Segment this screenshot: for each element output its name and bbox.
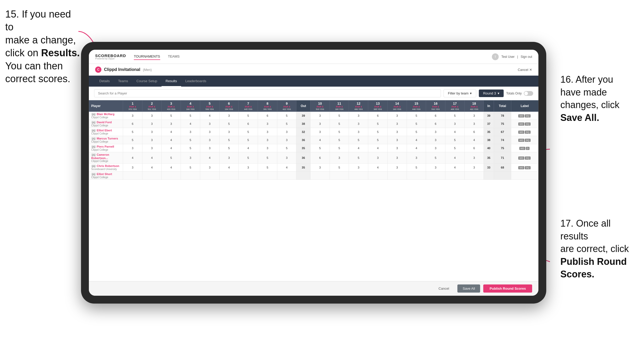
- hole-8-score[interactable]: 6: [258, 112, 277, 120]
- hole-10-score[interactable]: 3: [310, 164, 330, 172]
- hole-5-score[interactable]: 4: [200, 112, 219, 120]
- wd-button[interactable]: WD: [518, 156, 524, 160]
- hole-14-score[interactable]: 3: [387, 128, 407, 136]
- hole-12-score[interactable]: 4: [349, 144, 368, 152]
- hole-15-score[interactable]: 4: [407, 144, 426, 152]
- hole-14-score[interactable]: 3: [387, 136, 407, 144]
- nav-tournaments[interactable]: TOURNAMENTS: [134, 53, 160, 60]
- hole-6-score[interactable]: 3: [219, 112, 239, 120]
- hole-3-score[interactable]: 4: [162, 136, 181, 144]
- hole-5-score[interactable]: [200, 172, 219, 180]
- hole-1-score[interactable]: 5: [123, 128, 142, 136]
- score-label[interactable]: WDD: [511, 144, 538, 152]
- hole-2-score[interactable]: 3: [142, 128, 162, 136]
- hole-18-score[interactable]: 6: [464, 128, 484, 136]
- hole-4-score[interactable]: 5: [181, 164, 200, 172]
- hole-15-score[interactable]: 5: [407, 112, 426, 120]
- hole-13-score[interactable]: 5: [368, 136, 388, 144]
- hole-9-score[interactable]: [277, 172, 296, 180]
- hole-10-score[interactable]: 6: [310, 152, 330, 164]
- hole-3-score[interactable]: [162, 172, 181, 180]
- hole-2-score[interactable]: 3: [142, 144, 162, 152]
- hole-5-score[interactable]: 3: [200, 144, 219, 152]
- hole-8-score[interactable]: 3: [258, 144, 277, 152]
- hole-12-score[interactable]: 5: [349, 136, 368, 144]
- score-label[interactable]: WDDQ: [511, 112, 538, 120]
- hole-1-score[interactable]: 4: [123, 152, 142, 164]
- hole-10-score[interactable]: 4: [310, 136, 330, 144]
- hole-7-score[interactable]: 3: [239, 164, 258, 172]
- footer-cancel-button[interactable]: Cancel: [433, 284, 454, 293]
- hole-12-score[interactable]: 3: [349, 128, 368, 136]
- hole-11-score[interactable]: 5: [330, 136, 349, 144]
- hole-7-score[interactable]: 6: [239, 120, 258, 128]
- hole-11-score[interactable]: 5: [330, 128, 349, 136]
- hole-2-score[interactable]: 3: [142, 120, 162, 128]
- tab-course-setup[interactable]: Course Setup: [132, 76, 162, 87]
- hole-14-score[interactable]: 3: [387, 164, 407, 172]
- hole-6-score[interactable]: 5: [219, 120, 239, 128]
- hole-5-score[interactable]: 3: [200, 164, 219, 172]
- hole-10-score[interactable]: 3: [310, 128, 330, 136]
- hole-1-score[interactable]: 3: [123, 112, 142, 120]
- hole-2-score[interactable]: 3: [142, 136, 162, 144]
- wd-button[interactable]: WD: [518, 114, 524, 117]
- hole-9-score[interactable]: 3: [277, 128, 296, 136]
- hole-7-score[interactable]: 5: [239, 152, 258, 164]
- wd-button[interactable]: WD: [518, 122, 524, 126]
- hole-15-score[interactable]: 5: [407, 128, 426, 136]
- hole-4-score[interactable]: 4: [181, 120, 200, 128]
- totals-only-toggle[interactable]: Totals Only: [506, 91, 533, 96]
- hole-17-score[interactable]: 4: [445, 164, 465, 172]
- search-input[interactable]: [94, 89, 441, 97]
- hole-6-score[interactable]: 3: [219, 128, 239, 136]
- hole-8-score[interactable]: 3: [258, 128, 277, 136]
- hole-11-score[interactable]: 5: [330, 144, 349, 152]
- tab-details[interactable]: Details: [95, 76, 114, 87]
- hole-16-score[interactable]: 3: [426, 164, 445, 172]
- hole-1-score[interactable]: 6: [123, 120, 142, 128]
- wd-button[interactable]: WD: [518, 139, 524, 142]
- hole-18-score[interactable]: 3: [464, 112, 484, 120]
- hole-17-score[interactable]: 4: [445, 128, 465, 136]
- hole-9-score[interactable]: 3: [277, 136, 296, 144]
- hole-15-score[interactable]: 5: [407, 120, 426, 128]
- hole-14-score[interactable]: 3: [387, 112, 407, 120]
- hole-13-score[interactable]: 5: [368, 128, 388, 136]
- hole-18-score[interactable]: 3: [464, 152, 484, 164]
- wd-button[interactable]: WD: [518, 166, 524, 169]
- score-label[interactable]: [511, 172, 538, 180]
- hole-7-score[interactable]: 5: [239, 136, 258, 144]
- score-label[interactable]: WDDQ: [511, 136, 538, 144]
- hole-4-score[interactable]: 5: [181, 136, 200, 144]
- score-label[interactable]: WDDQ: [511, 120, 538, 128]
- hole-11-score[interactable]: 5: [330, 120, 349, 128]
- hole-3-score[interactable]: 4: [162, 144, 181, 152]
- nav-teams[interactable]: TEAMS: [168, 53, 180, 60]
- hole-7-score[interactable]: 5: [239, 128, 258, 136]
- hole-16-score[interactable]: [426, 172, 445, 180]
- hole-14-score[interactable]: 3: [387, 144, 407, 152]
- hole-8-score[interactable]: 3: [258, 136, 277, 144]
- hole-14-score[interactable]: 3: [387, 152, 407, 164]
- hole-11-score[interactable]: 5: [330, 112, 349, 120]
- hole-17-score[interactable]: [445, 172, 465, 180]
- score-label[interactable]: WDDQ: [511, 128, 538, 136]
- hole-1-score[interactable]: 3: [123, 164, 142, 172]
- score-label[interactable]: WDDQ: [511, 152, 538, 164]
- hole-4-score[interactable]: [181, 172, 200, 180]
- hole-18-score[interactable]: 4: [464, 136, 484, 144]
- dq-button[interactable]: DQ: [525, 156, 531, 160]
- save-all-button[interactable]: Save All: [457, 284, 480, 293]
- hole-3-score[interactable]: 3: [162, 120, 181, 128]
- hole-1-score[interactable]: [123, 172, 142, 180]
- tab-results[interactable]: Results: [162, 76, 181, 87]
- dq-button[interactable]: DQ: [525, 139, 531, 142]
- dq-button[interactable]: DQ: [525, 166, 531, 169]
- hole-16-score[interactable]: 6: [426, 120, 445, 128]
- hole-6-score[interactable]: 5: [219, 144, 239, 152]
- hole-9-score[interactable]: 5: [277, 144, 296, 152]
- hole-15-score[interactable]: 3: [407, 152, 426, 164]
- hole-18-score[interactable]: 3: [464, 120, 484, 128]
- hole-4-score[interactable]: 3: [181, 152, 200, 164]
